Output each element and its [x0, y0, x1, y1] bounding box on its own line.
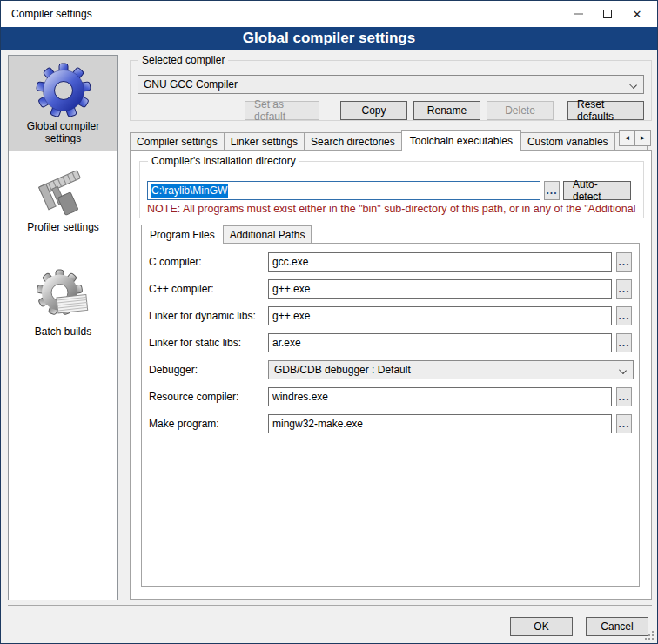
field-row-cpp-compiler: C++ compiler: ... — [142, 279, 639, 299]
make-program-browse-button[interactable]: ... — [616, 414, 632, 433]
field-row-make-program: Make program: ... — [142, 414, 639, 433]
settings-category-list: Global compiler settings Profiler settin… — [8, 55, 118, 600]
c-compiler-browse-button[interactable]: ... — [616, 252, 632, 272]
footer-divider — [8, 605, 652, 606]
field-row-debugger: Debugger: GDB/CDB debugger : Default — [142, 360, 639, 379]
cpp-compiler-input[interactable] — [268, 279, 612, 299]
linker-static-browse-button[interactable]: ... — [616, 333, 632, 352]
set-as-default-button[interactable]: Set as default — [245, 101, 319, 120]
copy-button[interactable]: Copy — [340, 101, 407, 120]
tab-scroll-left-button[interactable]: ◄ — [619, 130, 635, 146]
sidebar-item-batch-builds[interactable]: Batch builds — [9, 261, 118, 343]
close-button[interactable]: ✕ — [622, 1, 652, 27]
minimize-button[interactable] — [563, 1, 593, 27]
compiler-settings-dialog: Compiler settings ✕ Global compiler sett… — [0, 0, 658, 644]
tab-scroll-controls: ◄ ► — [619, 130, 651, 146]
resource-compiler-input[interactable] — [268, 387, 612, 406]
tab-toolchain-executables[interactable]: Toolchain executables — [401, 130, 521, 151]
tab-scroll-right-button[interactable]: ► — [634, 130, 651, 146]
dialog-banner: Global compiler settings — [1, 27, 657, 50]
rename-button[interactable]: Rename — [413, 101, 480, 120]
bin-note-text: NOTE: All programs must exist either in … — [147, 203, 641, 215]
subtab-additional-paths[interactable]: Additional Paths — [223, 225, 312, 243]
compiler-select[interactable]: GNU GCC Compiler — [138, 75, 644, 94]
make-program-input[interactable] — [268, 414, 612, 433]
program-files-panel: C compiler: ... C++ compiler: ... Linker… — [141, 243, 640, 587]
minimize-icon — [574, 13, 583, 15]
sidebar-item-label: Batch builds — [31, 324, 95, 343]
linker-dynamic-browse-button[interactable]: ... — [616, 306, 632, 325]
sidebar-item-label: Global compiler settings — [9, 118, 118, 150]
banner-title: Global compiler settings — [243, 30, 415, 47]
subtab-program-files[interactable]: Program Files — [141, 225, 224, 244]
titlebar[interactable]: Compiler settings ✕ — [1, 1, 657, 27]
window-title: Compiler settings — [11, 8, 92, 20]
auto-detect-button[interactable]: Auto-detect — [563, 181, 631, 200]
maximize-button[interactable] — [593, 1, 622, 27]
ok-button[interactable]: OK — [510, 617, 573, 636]
tab-compiler-settings[interactable]: Compiler settings — [130, 132, 225, 150]
sidebar-item-label: Profiler settings — [24, 219, 103, 238]
group-label: Selected compiler — [138, 54, 228, 66]
debugger-select[interactable]: GDB/CDB debugger : Default — [268, 360, 634, 379]
group-label: Compiler's installation directory — [148, 155, 299, 167]
field-label: Make program: — [149, 414, 219, 433]
linker-dynamic-input[interactable] — [268, 306, 612, 325]
selected-compiler-group: Selected compiler GNU GCC Compiler Set a… — [130, 60, 652, 121]
linker-static-input[interactable] — [268, 333, 612, 352]
field-row-linker-static: Linker for static libs: ... — [142, 333, 639, 352]
field-row-c-compiler: C compiler: ... — [142, 252, 639, 272]
chevron-down-icon — [629, 81, 637, 89]
install-dir-browse-button[interactable]: ... — [544, 181, 560, 200]
field-row-resource-compiler: Resource compiler: ... — [142, 387, 639, 406]
tab-linker-settings[interactable]: Linker settings — [224, 132, 305, 150]
window-controls: ✕ — [563, 1, 652, 27]
field-label: Debugger: — [149, 360, 198, 379]
field-label: C++ compiler: — [149, 279, 214, 299]
c-compiler-input[interactable] — [268, 252, 612, 272]
tab-search-directories[interactable]: Search directories — [304, 132, 402, 150]
arrow-right-icon: ► — [640, 134, 647, 142]
cancel-button[interactable]: Cancel — [586, 617, 648, 636]
field-label: C compiler: — [149, 252, 202, 272]
close-icon: ✕ — [633, 9, 642, 20]
gear-stack-icon — [36, 268, 91, 324]
toolchain-executables-page: Compiler's installation directory C:\ray… — [130, 150, 652, 600]
arrow-left-icon: ◄ — [624, 134, 631, 142]
sidebar-item-global-compiler-settings[interactable]: Global compiler settings — [9, 56, 118, 151]
compiler-select-value: GNU GCC Compiler — [144, 78, 238, 91]
caliper-icon — [36, 164, 91, 219]
field-row-linker-dynamic: Linker for dynamic libs: ... — [142, 306, 639, 325]
installation-directory-group: Compiler's installation directory C:\ray… — [139, 161, 644, 218]
maximize-icon — [603, 10, 612, 18]
executables-subtabs: Program Files Additional Paths — [141, 225, 312, 244]
delete-button[interactable]: Delete — [487, 101, 554, 120]
resize-grip[interactable] — [652, 638, 654, 640]
sidebar-item-profiler-settings[interactable]: Profiler settings — [9, 157, 118, 238]
field-label: Resource compiler: — [149, 387, 238, 406]
reset-defaults-button[interactable]: Reset defaults — [567, 101, 644, 120]
chevron-down-icon — [619, 366, 627, 374]
install-dir-value: C:\raylib\MinGW — [151, 184, 228, 198]
field-label: Linker for dynamic libs: — [149, 306, 256, 325]
compiler-tabs: Compiler settings Linker settings Search… — [130, 130, 648, 151]
gear-blue-icon — [36, 63, 91, 118]
cpp-compiler-browse-button[interactable]: ... — [616, 279, 632, 299]
debugger-select-value: GDB/CDB debugger : Default — [274, 364, 411, 376]
tab-custom-variables[interactable]: Custom variables — [520, 132, 615, 150]
install-dir-input[interactable]: C:\raylib\MinGW — [147, 181, 540, 200]
field-label: Linker for static libs: — [149, 333, 241, 352]
compiler-buttons-row: Set as default Copy Rename Delete Reset … — [245, 101, 644, 120]
resource-compiler-browse-button[interactable]: ... — [616, 387, 632, 406]
